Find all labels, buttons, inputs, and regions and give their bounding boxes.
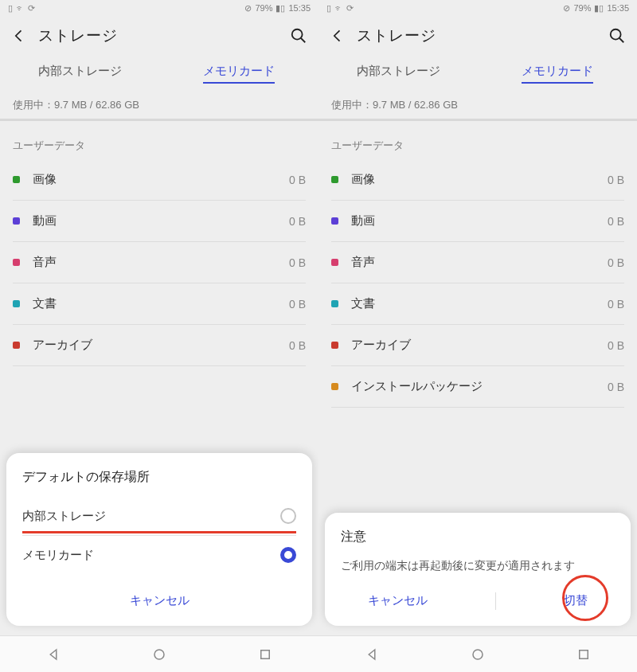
nav-recent-icon[interactable] bbox=[576, 647, 591, 662]
divider bbox=[495, 592, 496, 610]
confirm-button[interactable]: 切替 bbox=[556, 588, 596, 613]
radio-label: 内部ストレージ bbox=[22, 509, 280, 524]
nav-home-icon[interactable] bbox=[471, 647, 485, 662]
sheet-actions: キャンセル bbox=[22, 588, 296, 613]
svg-point-4 bbox=[473, 650, 483, 659]
radio-checked-icon bbox=[280, 547, 296, 563]
nav-recent-icon[interactable] bbox=[258, 647, 272, 662]
confirm-sheet: 注意 ご利用の端末は再起動後に変更が適用されます キャンセル 切替 bbox=[325, 513, 631, 626]
navigation-bar bbox=[318, 635, 637, 672]
nav-back-icon[interactable] bbox=[46, 647, 61, 662]
sheet-title: デフォルトの保存場所 bbox=[22, 469, 296, 486]
radio-internal-storage[interactable]: 内部ストレージ bbox=[22, 497, 296, 536]
sheet-body: ご利用の端末は再起動後に変更が適用されます bbox=[341, 557, 615, 574]
navigation-bar bbox=[0, 635, 318, 672]
svg-rect-2 bbox=[261, 650, 270, 658]
cancel-button[interactable]: キャンセル bbox=[122, 588, 197, 613]
phone-left: ▯ ᯤ ⟳ ⊘ 79% ▮▯ 15:35 ストレージ 内部ストレージ メモリカー… bbox=[0, 0, 318, 672]
phone-right: ▯ ᯤ ⟳ ⊘ 79% ▮▯ 15:35 ストレージ 内部ストレージ メモリカー… bbox=[318, 0, 637, 672]
svg-rect-5 bbox=[580, 650, 588, 658]
nav-home-icon[interactable] bbox=[152, 647, 166, 662]
radio-memory-card[interactable]: メモリカード bbox=[22, 536, 296, 574]
svg-point-1 bbox=[154, 650, 164, 659]
default-storage-sheet: デフォルトの保存場所 内部ストレージ メモリカード キャンセル bbox=[6, 453, 312, 626]
nav-back-icon[interactable] bbox=[365, 647, 379, 662]
sheet-title: 注意 bbox=[341, 529, 615, 545]
radio-unchecked-icon bbox=[280, 508, 296, 524]
radio-label: メモリカード bbox=[22, 548, 280, 563]
cancel-button[interactable]: キャンセル bbox=[360, 588, 436, 613]
red-underline-annotation bbox=[22, 531, 296, 533]
sheet-actions: キャンセル 切替 bbox=[341, 588, 615, 613]
